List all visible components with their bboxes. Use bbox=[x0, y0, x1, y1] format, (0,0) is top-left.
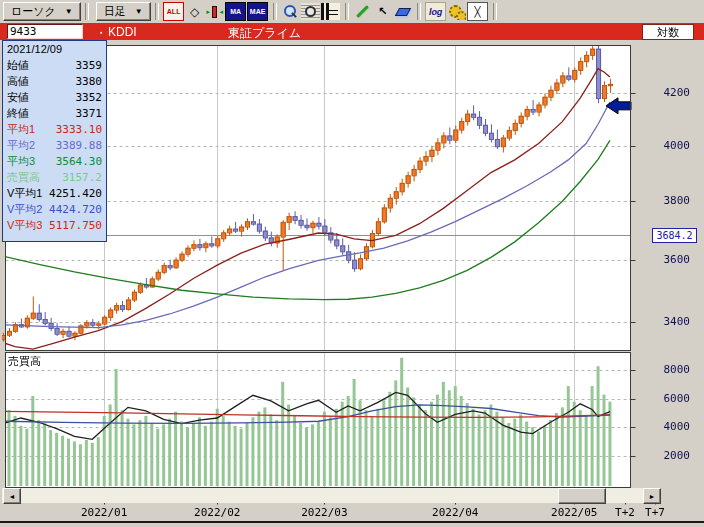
info-value: 3380 bbox=[76, 75, 103, 88]
chart-type-label: ローソク bbox=[11, 4, 56, 19]
month-axis-label: 2022/01 bbox=[73, 506, 135, 519]
info-rows: 始値3359高値3380安値3352終値3371平均13333.10平均2338… bbox=[3, 57, 106, 234]
price-axis-label: 3400 bbox=[636, 315, 690, 328]
volume-axis-label: 6000 bbox=[636, 392, 690, 405]
info-value: 3157.2 bbox=[62, 171, 102, 184]
market-name: 東証プライム bbox=[228, 25, 301, 42]
info-row: V平均14251.420 bbox=[3, 186, 106, 202]
show-all-icon[interactable]: ALL bbox=[163, 2, 184, 21]
info-label: V平均1 bbox=[7, 186, 42, 201]
zoom-magnifier-icon[interactable] bbox=[281, 3, 300, 20]
info-row: V平均35117.750 bbox=[3, 218, 106, 234]
draw-pencil-icon[interactable] bbox=[353, 3, 372, 20]
toolbar-icon-strip: ALL◇►◄MAMAE↖log╳ bbox=[163, 2, 501, 21]
select-cursor-icon[interactable]: ↖ bbox=[373, 3, 392, 20]
info-value: 3352 bbox=[76, 91, 103, 104]
volume-axis-label: 4000 bbox=[636, 420, 690, 433]
volume-axis-label: 8000 bbox=[636, 363, 690, 376]
stock-title-bar: ・ KDDI 東証プライム 対数 bbox=[0, 23, 704, 40]
chart-window: ローソク ▼ 日足 ▼ ALL◇►◄MAMAE↖log╳ ・ KDDI 東証プラ… bbox=[0, 0, 704, 527]
stock-code-input[interactable] bbox=[7, 24, 83, 39]
info-value: 3333.10 bbox=[56, 123, 102, 136]
timeframe-dropdown[interactable]: 日足 ▼ bbox=[96, 2, 151, 21]
price-axis-label: 3800 bbox=[636, 194, 690, 207]
timeframe-label: 日足 bbox=[104, 4, 126, 19]
info-row: 安値3352 bbox=[3, 89, 106, 105]
info-label: 売買高 bbox=[7, 170, 40, 185]
info-row: 平均33564.30 bbox=[3, 154, 106, 170]
stock-search-icon[interactable] bbox=[301, 3, 320, 20]
price-axis-label: 4200 bbox=[636, 86, 690, 99]
toolbar-separator bbox=[493, 3, 497, 20]
info-value: 5117.750 bbox=[49, 219, 102, 232]
month-axis-label: 2022/02 bbox=[186, 506, 248, 519]
info-value: 3389.88 bbox=[56, 139, 102, 152]
info-label: 平均3 bbox=[7, 154, 35, 169]
info-label: V平均3 bbox=[7, 218, 42, 233]
ma-envelope-icon[interactable]: MAE bbox=[247, 2, 268, 21]
chevron-down-icon: ▼ bbox=[65, 7, 73, 16]
toolbar-separator bbox=[345, 3, 349, 20]
info-label: 始値 bbox=[7, 58, 29, 73]
toolbar-separator bbox=[85, 3, 89, 20]
info-row: 平均23389.88 bbox=[3, 137, 106, 153]
toolbar-separator bbox=[417, 3, 421, 20]
info-row: V平均24424.720 bbox=[3, 202, 106, 218]
scale-mode-label[interactable]: 対数 bbox=[642, 24, 694, 40]
price-axis-label: 3600 bbox=[636, 253, 690, 266]
arrow-glyph: ◄ bbox=[218, 9, 224, 15]
quote-board-icon[interactable] bbox=[321, 3, 340, 20]
info-label: 安値 bbox=[7, 90, 29, 105]
info-label: 高値 bbox=[7, 74, 29, 89]
info-value: 3564.30 bbox=[56, 155, 102, 168]
info-label: 終値 bbox=[7, 106, 29, 121]
volume-axis-label: 2000 bbox=[636, 449, 690, 462]
info-value: 4424.720 bbox=[49, 203, 102, 216]
info-value: 3371 bbox=[76, 107, 103, 120]
quote-info-panel: 2021/12/09 始値3359高値3380安値3352終値3371平均133… bbox=[2, 40, 107, 242]
info-value: 3359 bbox=[76, 59, 103, 72]
info-row: 終値3371 bbox=[3, 105, 106, 121]
month-axis-label: 2022/04 bbox=[424, 506, 486, 519]
stock-name: KDDI bbox=[108, 25, 137, 39]
horizontal-scrollbar[interactable]: ◄ ► bbox=[2, 488, 659, 503]
price-axis-label: 4000 bbox=[636, 139, 690, 152]
info-row: 高値3380 bbox=[3, 73, 106, 89]
chevron-down-icon: ▼ bbox=[135, 7, 143, 16]
chart-type-dropdown[interactable]: ローソク ▼ bbox=[3, 2, 81, 21]
scrollbar-thumb[interactable] bbox=[558, 488, 606, 504]
scroll-left-button[interactable]: ◄ bbox=[3, 488, 21, 504]
info-label: 平均2 bbox=[7, 138, 35, 153]
info-value: 4251.420 bbox=[49, 187, 102, 200]
toolbar: ローソク ▼ 日足 ▼ ALL◇►◄MAMAE↖log╳ bbox=[0, 0, 704, 23]
moving-average-icon[interactable]: MA bbox=[225, 2, 246, 21]
volume-pane-label: 売買高 bbox=[8, 354, 41, 369]
info-label: V平均2 bbox=[7, 202, 42, 217]
candle-glyph bbox=[212, 6, 217, 18]
crosshair-price-marker: 3684.2 bbox=[652, 228, 697, 243]
arrow-glyph: ► bbox=[205, 9, 211, 15]
info-label: 平均1 bbox=[7, 122, 35, 137]
log-scale-icon[interactable]: log bbox=[425, 2, 446, 21]
eraser-icon[interactable] bbox=[393, 3, 412, 20]
toolbar-separator bbox=[155, 3, 159, 20]
settings-gears-icon[interactable] bbox=[447, 3, 466, 20]
bar-spacing-icon[interactable]: ►◄ bbox=[205, 3, 224, 20]
toolbar-separator bbox=[273, 3, 277, 20]
pattern-clear-icon[interactable]: ╳ bbox=[467, 2, 488, 21]
info-row: 売買高3157.2 bbox=[3, 170, 106, 186]
month-axis-label: 2022/03 bbox=[293, 506, 355, 519]
info-row: 平均13333.10 bbox=[3, 121, 106, 137]
scroll-right-button[interactable]: ► bbox=[643, 488, 661, 504]
future-tick-label: T+7 bbox=[624, 506, 686, 519]
info-date: 2021/12/09 bbox=[3, 42, 106, 57]
info-row: 始値3359 bbox=[3, 57, 106, 73]
bar-width-icon[interactable]: ◇ bbox=[185, 3, 204, 20]
